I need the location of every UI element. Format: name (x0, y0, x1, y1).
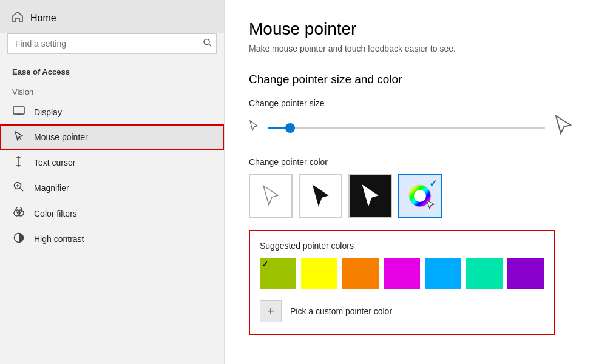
svg-rect-2 (13, 107, 24, 114)
search-button[interactable] (203, 39, 212, 49)
sidebar-home-button[interactable]: Home (0, 0, 224, 33)
section-title: Change pointer size and color (249, 73, 572, 86)
swatch-purple[interactable] (507, 258, 544, 289)
vision-label: Vision (0, 81, 224, 100)
cursor-large-icon (555, 115, 572, 140)
display-icon (12, 106, 25, 118)
color-options-row: ✓ (249, 174, 572, 218)
color-filters-label: Color filters (34, 209, 77, 218)
swatch-cyan[interactable] (425, 258, 461, 289)
pointer-color-custom[interactable]: ✓ (398, 174, 442, 218)
magnifier-label: Magnifier (34, 183, 69, 193)
color-swatches-row: ✓ (260, 258, 544, 289)
slider-row (249, 115, 572, 140)
section-label: Ease of Access (0, 65, 224, 81)
selected-check-icon: ✓ (429, 178, 437, 189)
sidebar-item-mouse-pointer[interactable]: Mouse pointer (0, 124, 224, 150)
custom-color-row[interactable]: + Pick a custom pointer color (260, 298, 544, 325)
page-subtitle: Make mouse pointer and touch feedback ea… (249, 44, 572, 53)
size-slider[interactable] (268, 127, 545, 129)
swatch-orange[interactable] (342, 258, 379, 289)
plus-symbol: + (267, 305, 274, 318)
mouse-pointer-label: Mouse pointer (34, 132, 88, 142)
home-icon (12, 11, 23, 25)
svg-line-9 (21, 189, 24, 192)
plus-icon: + (260, 300, 282, 322)
sidebar-item-high-contrast[interactable]: High contrast (0, 226, 224, 252)
custom-color-label: Pick a custom pointer color (290, 306, 392, 316)
sidebar-item-color-filters[interactable]: Color filters (0, 201, 224, 226)
display-label: Display (34, 107, 62, 117)
swatch-check-icon: ✓ (262, 260, 268, 269)
page-title: Mouse pointer (249, 19, 572, 39)
sidebar-item-magnifier[interactable]: Magnifier (0, 175, 224, 201)
color-label: Change pointer color (249, 157, 572, 167)
cursor-small-icon (249, 120, 259, 135)
svg-point-17 (414, 190, 426, 202)
search-container (7, 33, 217, 54)
color-filters-icon (12, 207, 25, 220)
text-cursor-label: Text cursor (34, 158, 75, 167)
swatch-yellow[interactable] (301, 258, 337, 289)
search-input[interactable] (7, 33, 217, 54)
text-cursor-icon (12, 156, 25, 169)
mouse-pointer-icon (12, 130, 25, 144)
custom-cursor-icon (426, 200, 435, 213)
pointer-color-inverted[interactable] (348, 174, 392, 218)
sidebar-item-display[interactable]: Display (0, 100, 224, 124)
svg-line-1 (209, 44, 211, 47)
size-label: Change pointer size (249, 98, 572, 108)
swatch-yellow-green[interactable]: ✓ (260, 258, 296, 289)
suggested-colors-box: Suggested pointer colors ✓ + Pick a c (249, 230, 555, 335)
pointer-color-white[interactable] (249, 174, 293, 218)
high-contrast-icon (12, 232, 25, 246)
swatch-magenta[interactable] (384, 258, 420, 289)
swatch-teal[interactable] (466, 258, 503, 289)
magnifier-icon (12, 181, 25, 195)
sidebar: Home Ease of Access Vision Display (0, 0, 225, 364)
pointer-color-black[interactable] (299, 174, 342, 218)
sidebar-item-text-cursor[interactable]: Text cursor (0, 150, 224, 175)
slider-thumb[interactable] (285, 123, 295, 133)
main-content: Mouse pointer Make mouse pointer and tou… (225, 0, 596, 364)
suggested-title: Suggested pointer colors (260, 241, 544, 251)
high-contrast-label: High contrast (34, 234, 84, 244)
svg-point-0 (204, 39, 209, 45)
home-label: Home (30, 13, 56, 24)
